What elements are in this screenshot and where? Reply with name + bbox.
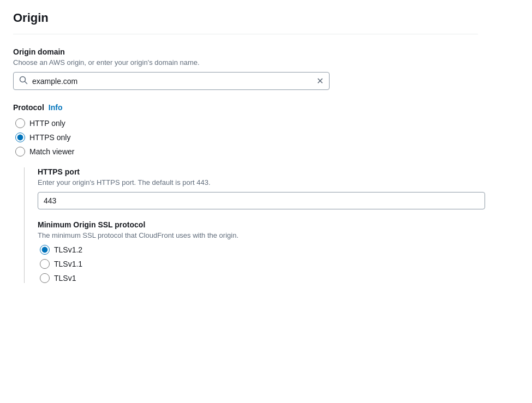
origin-domain-label: Origin domain (13, 47, 478, 56)
protocol-radio-group: HTTP only HTTPS only Match viewer (15, 118, 478, 157)
search-icon (19, 76, 28, 86)
origin-domain-description: Choose an AWS origin, or enter your orig… (13, 58, 478, 67)
protocol-label: Protocol (13, 103, 44, 112)
minimum-ssl-section: Minimum Origin SSL protocol The minimum … (38, 220, 478, 283)
radio-tlsv1[interactable] (40, 273, 50, 283)
radio-tlsv12[interactable] (40, 245, 50, 255)
radio-item-https-only[interactable]: HTTPS only (15, 133, 478, 142)
radio-label-tlsv11: TLSv1.1 (54, 260, 82, 268)
radio-label-tlsv12: TLSv1.2 (54, 245, 82, 254)
minimum-ssl-label: Minimum Origin SSL protocol (38, 220, 478, 229)
page-container: Origin Origin domain Choose an AWS origi… (0, 0, 491, 305)
radio-label-tlsv1: TLSv1 (54, 274, 76, 282)
clear-icon[interactable]: ✕ (316, 76, 324, 86)
https-port-input[interactable] (38, 192, 485, 209)
origin-domain-section: Origin domain Choose an AWS origin, or e… (13, 47, 478, 90)
radio-tlsv11[interactable] (40, 259, 50, 269)
https-port-description: Enter your origin's HTTPS port. The defa… (38, 178, 478, 187)
radio-label-https-only: HTTPS only (29, 133, 70, 142)
radio-label-http-only: HTTP only (29, 119, 65, 128)
origin-domain-input[interactable] (32, 77, 312, 86)
radio-https-only[interactable] (15, 133, 25, 142)
minimum-ssl-description: The minimum SSL protocol that CloudFront… (38, 231, 478, 239)
svg-line-1 (25, 82, 27, 84)
radio-label-match-viewer: Match viewer (29, 147, 74, 156)
radio-item-match-viewer[interactable]: Match viewer (15, 147, 478, 157)
radio-http-only[interactable] (15, 118, 25, 128)
protocol-header: Protocol Info (13, 103, 478, 112)
protocol-info-link[interactable]: Info (49, 103, 63, 112)
radio-item-tlsv12[interactable]: TLSv1.2 (40, 245, 478, 255)
radio-item-http-only[interactable]: HTTP only (15, 118, 478, 128)
https-port-section: HTTPS port Enter your origin's HTTPS por… (38, 167, 478, 209)
radio-item-tlsv11[interactable]: TLSv1.1 (40, 259, 478, 269)
https-port-label: HTTPS port (38, 167, 478, 176)
page-title: Origin (13, 11, 478, 25)
origin-domain-input-wrapper: ✕ (13, 72, 330, 90)
divider (13, 34, 478, 34)
indented-section: HTTPS port Enter your origin's HTTPS por… (24, 167, 478, 283)
protocol-section: Protocol Info HTTP only HTTPS only Match… (13, 103, 478, 157)
radio-match-viewer[interactable] (15, 147, 25, 157)
ssl-radio-group: TLSv1.2 TLSv1.1 TLSv1 (40, 245, 478, 283)
radio-item-tlsv1[interactable]: TLSv1 (40, 273, 478, 283)
